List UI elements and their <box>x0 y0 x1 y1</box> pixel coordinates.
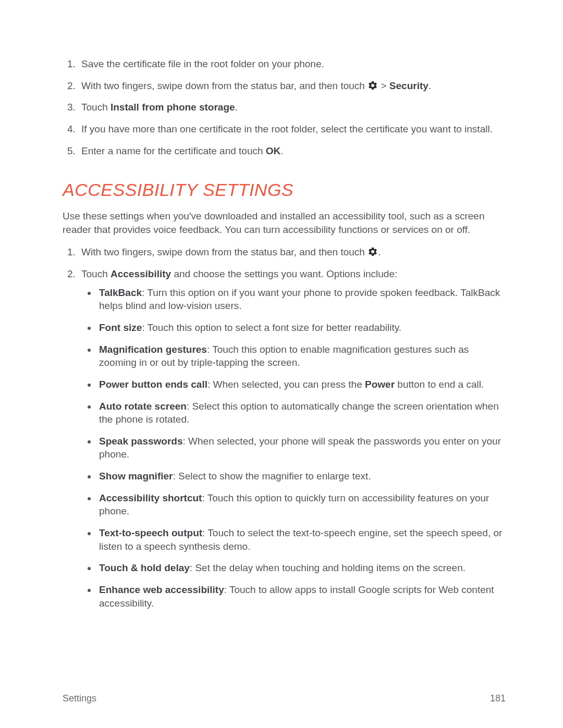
footer-section: Settings <box>63 692 96 705</box>
option-touch-hold-delay: Touch & hold delay: Set the delay when t… <box>97 561 506 575</box>
option-accessibility-shortcut-title: Accessibility shortcut <box>99 492 202 503</box>
cert-step-5-text-a: Enter a name for the certificate and tou… <box>81 145 266 156</box>
acc-step-2-text-b: and choose the settings you want. Option… <box>171 268 397 279</box>
section-title: Accessibility Settings <box>63 178 506 202</box>
option-touch-hold-text: : Set the delay when touching and holdin… <box>190 562 466 573</box>
option-show-magnifier-text: : Select to show the magnifier to enlarg… <box>173 471 371 482</box>
option-auto-rotate: Auto rotate screen: Select this option t… <box>97 400 506 426</box>
cert-step-5-text-b: . <box>280 145 283 156</box>
option-power-text-a: : When selected, you can press the <box>207 379 365 390</box>
acc-step-1-text-b: . <box>378 246 381 257</box>
option-magnification: Magnification gestures: Touch this optio… <box>97 343 506 369</box>
option-show-magnifier: Show magnifier: Select to show the magni… <box>97 470 506 483</box>
option-tts-title: Text-to-speech output <box>99 527 202 538</box>
cert-step-3-text-b: . <box>235 102 238 113</box>
acc-step-1-text-a: With two fingers, swipe down from the st… <box>81 246 368 257</box>
option-speak-passwords-title: Speak passwords <box>99 436 183 447</box>
option-accessibility-shortcut: Accessibility shortcut: Touch this optio… <box>97 491 506 518</box>
option-power-title: Power button ends call <box>99 379 207 390</box>
page: Save the certificate file in the root fo… <box>0 0 563 728</box>
option-power-bold2: Power <box>365 379 395 390</box>
option-enhance-web: Enhance web accessibility: Touch to allo… <box>97 583 506 610</box>
acc-step-2-bold: Accessibility <box>111 268 171 279</box>
accessibility-steps: With two fingers, swipe down from the st… <box>63 245 506 610</box>
option-power-text-b: button to end a call. <box>395 379 484 390</box>
acc-step-2-text-a: Touch <box>81 268 111 279</box>
option-show-magnifier-title: Show magnifier <box>99 471 173 482</box>
option-talkback-title: TalkBack <box>99 287 142 298</box>
option-magnification-title: Magnification gestures <box>99 344 207 355</box>
settings-gear-icon <box>368 80 378 91</box>
cert-step-2: With two fingers, swipe down from the st… <box>78 79 506 93</box>
cert-step-3: Touch Install from phone storage. <box>78 101 506 114</box>
option-tts-output: Text-to-speech output: Touch to select t… <box>97 526 506 553</box>
option-font-size: Font size: Touch this option to select a… <box>97 321 506 335</box>
cert-step-5: Enter a name for the certificate and tou… <box>78 144 506 158</box>
cert-step-4-text: If you have more than one certificate in… <box>81 124 493 134</box>
cert-step-1: Save the certificate file in the root fo… <box>78 57 506 71</box>
page-footer: Settings 181 <box>63 692 506 705</box>
cert-step-2-text-c: . <box>429 80 431 91</box>
option-font-size-title: Font size <box>99 322 142 333</box>
acc-step-2: Touch Accessibility and choose the setti… <box>78 267 506 610</box>
certificate-steps: Save the certificate file in the root fo… <box>63 57 506 157</box>
option-touch-hold-title: Touch & hold delay <box>99 562 190 573</box>
option-enhance-web-title: Enhance web accessibility <box>99 584 224 595</box>
settings-gear-icon <box>368 246 378 257</box>
cert-step-3-text-a: Touch <box>81 102 111 113</box>
acc-step-1: With two fingers, swipe down from the st… <box>78 245 506 259</box>
footer-page-number: 181 <box>490 692 506 705</box>
cert-step-4: If you have more than one certificate in… <box>78 122 506 136</box>
option-power-ends-call: Power button ends call: When selected, y… <box>97 378 506 391</box>
cert-step-1-text: Save the certificate file in the root fo… <box>81 58 324 69</box>
option-speak-passwords: Speak passwords: When selected, your pho… <box>97 435 506 461</box>
option-talkback: TalkBack: Turn this option on if you wan… <box>97 286 506 313</box>
cert-step-5-bold: OK <box>266 145 281 156</box>
option-auto-rotate-title: Auto rotate screen <box>99 401 187 412</box>
cert-step-2-bold: Security <box>389 80 429 91</box>
cert-step-2-text-b: > <box>378 80 389 91</box>
option-talkback-text: : Turn this option on if you want your p… <box>99 287 500 312</box>
option-font-size-text: : Touch this option to select a font siz… <box>142 322 401 333</box>
cert-step-2-text-a: With two fingers, swipe down from the st… <box>81 80 368 91</box>
intro-paragraph: Use these settings when you've downloade… <box>63 209 506 236</box>
cert-step-3-bold: Install from phone storage <box>111 102 235 113</box>
accessibility-options: TalkBack: Turn this option on if you wan… <box>81 286 506 610</box>
